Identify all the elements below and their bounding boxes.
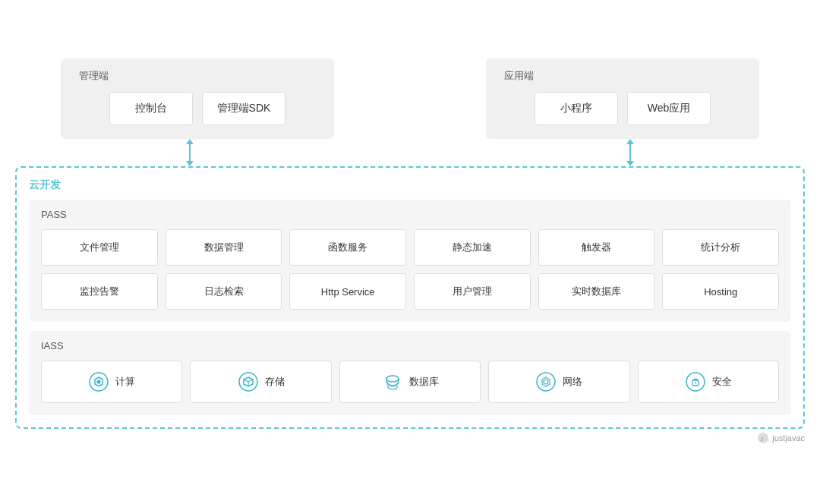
watermark-icon: J [757, 432, 769, 444]
iass-card-database: 数据库 [339, 361, 481, 403]
pass-card-hosting: Hosting [662, 273, 779, 310]
pass-card-monitor: 监控告警 [41, 273, 158, 310]
svg-point-12 [686, 373, 705, 391]
top-row: 管理端 控制台 管理端SDK 应用端 小程序 Web应用 [15, 58, 805, 139]
arrow-down-head-right [626, 161, 634, 166]
watermark: J justjavac [15, 432, 805, 446]
iass-card-security: 安全 [638, 361, 779, 403]
iass-label: IASS [41, 340, 779, 351]
arrow-line-right [629, 144, 631, 161]
arrow-line-left [189, 144, 191, 161]
svg-point-11 [544, 380, 548, 384]
admin-box: 管理端 控制台 管理端SDK [61, 58, 334, 139]
pass-row-1: 文件管理 数据管理 函数服务 静态加速 触发器 统计分析 [41, 229, 779, 266]
pass-row-2: 监控告警 日志检索 Http Service 用户管理 实时数据库 Hostin… [41, 273, 779, 310]
card-console: 控制台 [109, 92, 193, 125]
main-container: 管理端 控制台 管理端SDK 应用端 小程序 Web应用 [15, 58, 805, 446]
cloud-title: 云开发 [29, 178, 791, 192]
pass-card-http: Http Service [289, 273, 406, 310]
iass-label-storage: 存储 [265, 375, 285, 389]
iass-card-network: 网络 [488, 361, 629, 403]
pass-label: PASS [41, 209, 779, 220]
app-inner: 小程序 Web应用 [501, 92, 744, 125]
iass-row: 计算 存储 [41, 361, 779, 403]
arrow-left [182, 139, 197, 166]
arrows-row [15, 139, 805, 166]
pass-card-user: 用户管理 [414, 273, 531, 310]
arrow-up-head-right [626, 139, 634, 144]
pass-card-function: 函数服务 [289, 229, 406, 266]
admin-title: 管理端 [76, 69, 319, 83]
app-title: 应用端 [501, 69, 744, 83]
svg-point-8 [386, 376, 399, 382]
admin-inner: 控制台 管理端SDK [76, 92, 319, 125]
arrow-down-head-left [186, 161, 194, 166]
compute-icon [88, 371, 109, 392]
svg-text:J: J [760, 436, 763, 443]
iass-card-storage: 存储 [190, 361, 331, 403]
card-webapp: Web应用 [627, 92, 711, 125]
security-icon [685, 371, 706, 392]
pass-card-data: 数据管理 [166, 229, 282, 266]
card-miniprogram: 小程序 [535, 92, 618, 125]
iass-card-compute: 计算 [41, 361, 182, 403]
pass-grid: 文件管理 数据管理 函数服务 静态加速 触发器 统计分析 监控告警 日志检索 H… [41, 229, 779, 310]
storage-icon [238, 371, 259, 392]
iass-label-security: 安全 [712, 375, 732, 389]
iass-label-network: 网络 [563, 375, 582, 389]
pass-card-realtime: 实时数据库 [538, 273, 655, 310]
pass-card-log: 日志检索 [166, 273, 282, 310]
card-sdk: 管理端SDK [202, 92, 285, 125]
pass-section: PASS 文件管理 数据管理 函数服务 静态加速 触发器 统计分析 监控告警 日… [29, 200, 791, 322]
arrow-up-head-left [186, 139, 194, 144]
arrow-right [623, 139, 638, 166]
pass-card-analytics: 统计分析 [662, 229, 779, 266]
svg-point-2 [97, 380, 101, 384]
iass-label-database: 数据库 [409, 375, 439, 389]
svg-point-14 [695, 383, 696, 384]
pass-card-file: 文件管理 [41, 229, 158, 266]
iass-section: IASS 计算 [29, 331, 791, 415]
svg-line-5 [244, 380, 248, 382]
cloud-box: 云开发 PASS 文件管理 数据管理 函数服务 静态加速 触发器 统计分析 监控… [15, 166, 805, 429]
watermark-text: J justjavac [757, 432, 805, 444]
app-box: 应用端 小程序 Web应用 [486, 58, 759, 139]
svg-point-9 [537, 373, 555, 391]
iass-label-compute: 计算 [115, 375, 135, 389]
svg-line-6 [248, 380, 253, 382]
database-icon [382, 371, 403, 392]
pass-card-trigger: 触发器 [538, 229, 655, 266]
network-icon [535, 371, 557, 392]
pass-card-static: 静态加速 [414, 229, 531, 266]
